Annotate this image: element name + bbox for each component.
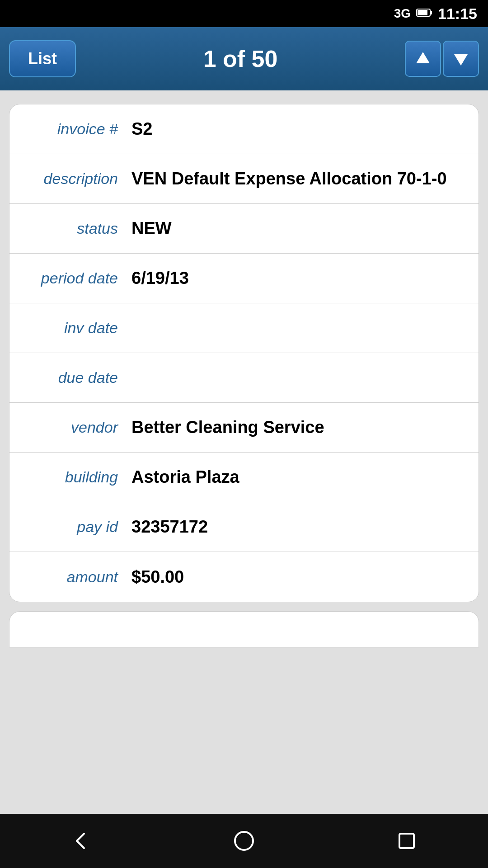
invoice-row-description: descriptionVEN Default Expense Allocatio… [9, 154, 479, 204]
invoice-row-vendor: vendorBetter Cleaning Service [9, 403, 479, 453]
status-time: 11:15 [438, 5, 477, 23]
invoice-card: invoice #S2descriptionVEN Default Expens… [9, 104, 479, 602]
row-label-7: building [23, 468, 131, 486]
list-button[interactable]: List [9, 40, 76, 77]
status-bar: 3G 11:15 [0, 0, 488, 27]
bottom-nav-bar [0, 814, 488, 868]
pagination-title: 1 of 50 [203, 45, 278, 72]
invoice-row-pay-id: pay id32357172 [9, 502, 479, 552]
svg-marker-3 [416, 52, 430, 63]
signal-indicator: 3G [394, 6, 411, 21]
svg-point-5 [235, 832, 253, 850]
invoice-row-amount: amount$50.00 [9, 552, 479, 602]
row-label-0: invoice # [23, 120, 131, 138]
header: List 1 of 50 [0, 27, 488, 90]
row-label-2: status [23, 220, 131, 237]
row-label-5: due date [23, 369, 131, 387]
row-value-7: Astoria Plaza [131, 467, 465, 487]
row-label-3: period date [23, 269, 131, 287]
prev-button[interactable] [405, 41, 441, 77]
partial-card [9, 611, 479, 647]
svg-rect-2 [430, 11, 432, 14]
row-label-9: amount [23, 568, 131, 586]
invoice-row-period-date: period date6/19/13 [9, 254, 479, 303]
svg-rect-1 [418, 10, 427, 15]
row-value-3: 6/19/13 [131, 269, 465, 288]
row-label-8: pay id [23, 518, 131, 536]
invoice-row-building: buildingAstoria Plaza [9, 453, 479, 502]
navigation-buttons [405, 41, 479, 77]
svg-rect-6 [399, 834, 414, 848]
row-value-0: S2 [131, 119, 465, 139]
row-label-4: inv date [23, 319, 131, 337]
battery-icon [416, 6, 432, 21]
row-value-6: Better Cleaning Service [131, 418, 465, 437]
invoice-row-status: statusNEW [9, 204, 479, 254]
content-area: invoice #S2descriptionVEN Default Expens… [0, 90, 488, 814]
invoice-row-invoice-#: invoice #S2 [9, 104, 479, 154]
row-label-1: description [23, 170, 131, 188]
invoice-row-due-date: due date [9, 353, 479, 403]
recents-button[interactable] [389, 823, 425, 859]
back-button[interactable] [63, 823, 99, 859]
invoice-row-inv-date: inv date [9, 303, 479, 353]
row-value-8: 32357172 [131, 517, 465, 537]
row-value-1: VEN Default Expense Allocation 70-1-0 [131, 169, 465, 189]
row-value-9: $50.00 [131, 567, 465, 587]
row-label-6: vendor [23, 419, 131, 436]
svg-marker-4 [454, 54, 468, 66]
row-value-2: NEW [131, 219, 465, 238]
next-button[interactable] [443, 41, 479, 77]
home-button[interactable] [226, 823, 262, 859]
